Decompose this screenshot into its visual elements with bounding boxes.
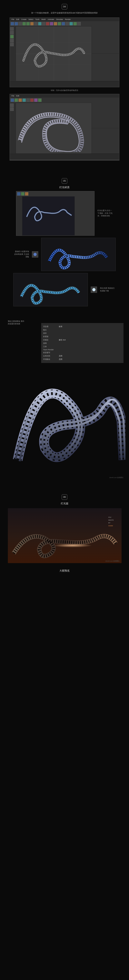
- tool-btn[interactable]: [11, 99, 14, 102]
- step-04-desc: 加一个扫描拉伸效果，设置中边缘接到形状的Scale为0的条件宽度重复的间距: [16, 11, 113, 14]
- menu-item[interactable]: Create: [21, 18, 27, 21]
- setting-value: 启用: [59, 358, 62, 361]
- menu-item[interactable]: Render: [65, 18, 71, 21]
- tool-btn[interactable]: [10, 107, 14, 111]
- tool-btn[interactable]: [10, 35, 14, 38]
- render-preview-2: [13, 273, 88, 306]
- menu-item[interactable]: File: [11, 18, 14, 21]
- tool-btn[interactable]: [17, 192, 21, 196]
- attribute-panel[interactable]: [92, 128, 119, 154]
- tool-btn[interactable]: [10, 27, 14, 30]
- final-overlay-text: PSY MASTE BY SHAW: [108, 516, 114, 527]
- attribute-panel[interactable]: [75, 196, 94, 235]
- setting-label: 全局光照: [43, 355, 59, 357]
- wireframe-shaw-script: [16, 27, 92, 80]
- tool-btn[interactable]: [62, 22, 65, 25]
- setting-label: 抗锯齿: [43, 339, 59, 341]
- glow-material-icon: [91, 286, 97, 293]
- attribute-panel[interactable]: [92, 54, 119, 81]
- setting-value: 标准: [59, 325, 62, 328]
- settings-row[interactable]: Team Render: [43, 348, 121, 351]
- tool-btn[interactable]: [34, 99, 38, 102]
- settings-row[interactable]: 立体: [43, 345, 121, 348]
- tool-btn[interactable]: [69, 22, 73, 25]
- menu-item[interactable]: Tools: [35, 18, 40, 21]
- tool-btn[interactable]: [57, 22, 61, 25]
- object-panel[interactable]: [92, 26, 119, 54]
- viewport-lit-wireframe[interactable]: [22, 196, 75, 235]
- shaw-lit: [22, 197, 75, 226]
- tool-btn[interactable]: [26, 99, 30, 102]
- tool-btn[interactable]: [14, 22, 18, 25]
- tool-btn[interactable]: [18, 99, 22, 102]
- tool-btn[interactable]: [14, 99, 18, 102]
- shaw-render-glow: [14, 273, 88, 306]
- menu-item[interactable]: Edit: [16, 18, 19, 21]
- watermark: 16xx8.com 故程图址: [109, 476, 124, 479]
- tool-btn[interactable]: [26, 22, 30, 25]
- svg-point-1: [92, 288, 96, 291]
- settings-row[interactable]: 抗锯齿最佳 4x4: [43, 338, 121, 342]
- settings-row[interactable]: 输出: [43, 328, 121, 332]
- tool-btn[interactable]: [22, 99, 26, 102]
- setting-label: 立体: [43, 345, 59, 348]
- tool-btn[interactable]: [18, 22, 22, 25]
- c4d-window-1: File Edit Create Select Tools Mesh Anima…: [10, 18, 119, 87]
- c4d-timeline[interactable]: [10, 81, 119, 87]
- c4d-left-tools: [10, 26, 16, 81]
- c4d-window-light1: [16, 191, 94, 236]
- menu-item[interactable]: Simulate: [56, 18, 63, 21]
- tool-btn[interactable]: [11, 22, 14, 25]
- tool-btn[interactable]: [25, 192, 29, 196]
- tool-btn[interactable]: [10, 43, 14, 46]
- c4d-viewport-closeup[interactable]: [16, 103, 92, 154]
- tool-btn[interactable]: [77, 22, 81, 25]
- settings-row[interactable]: 多通道: [43, 335, 121, 338]
- tool-btn[interactable]: [50, 22, 53, 25]
- settings-row[interactable]: 选项: [43, 342, 121, 345]
- c4d-right-panels: [92, 103, 119, 154]
- setting-label: 输出: [43, 329, 59, 331]
- settings-row[interactable]: 材质覆写: [43, 351, 121, 354]
- tool-btn[interactable]: [38, 99, 41, 102]
- tool-btn[interactable]: [34, 22, 38, 25]
- c4d-left-tools: [10, 103, 16, 154]
- tool-btn[interactable]: [46, 22, 49, 25]
- tool-btn[interactable]: [65, 22, 69, 25]
- settings-row[interactable]: 保存: [43, 332, 121, 335]
- setting-value: 最佳 4x4: [59, 339, 66, 341]
- settings-row[interactable]: 全局光照启用: [43, 354, 121, 358]
- tool-btn[interactable]: [30, 22, 34, 25]
- tool-btn[interactable]: [73, 22, 77, 25]
- settings-row[interactable]: 环境吸收启用: [43, 358, 121, 361]
- tool-btn[interactable]: [42, 22, 46, 25]
- c4d-viewport-wireframe[interactable]: [16, 26, 92, 81]
- big-preview-title: 大图预览: [8, 569, 121, 573]
- shaw-coaster-big: [8, 366, 126, 480]
- menu-item[interactable]: Mesh: [41, 18, 46, 21]
- tool-btn[interactable]: [10, 31, 14, 35]
- overlay-line-accent: SHAW: [108, 525, 114, 527]
- object-panel[interactable]: [92, 103, 119, 128]
- tool-btn[interactable]: [10, 39, 14, 42]
- material-icon: [32, 251, 38, 258]
- big-beauty-render: 16xx8.com 故程图址: [8, 366, 126, 480]
- tool-btn[interactable]: [21, 192, 24, 196]
- menu-item[interactable]: Animate: [48, 18, 54, 21]
- overlay-line: MASTE: [108, 519, 114, 522]
- menu-item[interactable]: File: [11, 95, 14, 97]
- tool-btn[interactable]: [38, 22, 41, 25]
- light-note-3: 四点光源 现设改主色调取下限: [100, 287, 116, 292]
- c4d-window-2: File Edit: [10, 94, 119, 161]
- c4d-timeline[interactable]: [10, 154, 119, 159]
- tool-btn[interactable]: [10, 103, 14, 107]
- settings-row[interactable]: 渲染器标准: [43, 325, 121, 328]
- tool-btn[interactable]: [54, 22, 57, 25]
- c4d-toolbar: [16, 191, 94, 196]
- menu-item[interactable]: Select: [29, 18, 33, 21]
- c4d-right-panels: [92, 26, 119, 81]
- light-note-2: 基础栏小设置对场的布料效果 方法四望板: [13, 250, 29, 258]
- tool-btn[interactable]: [22, 22, 26, 25]
- tool-btn[interactable]: [30, 99, 34, 102]
- menu-item[interactable]: Edit: [16, 95, 19, 97]
